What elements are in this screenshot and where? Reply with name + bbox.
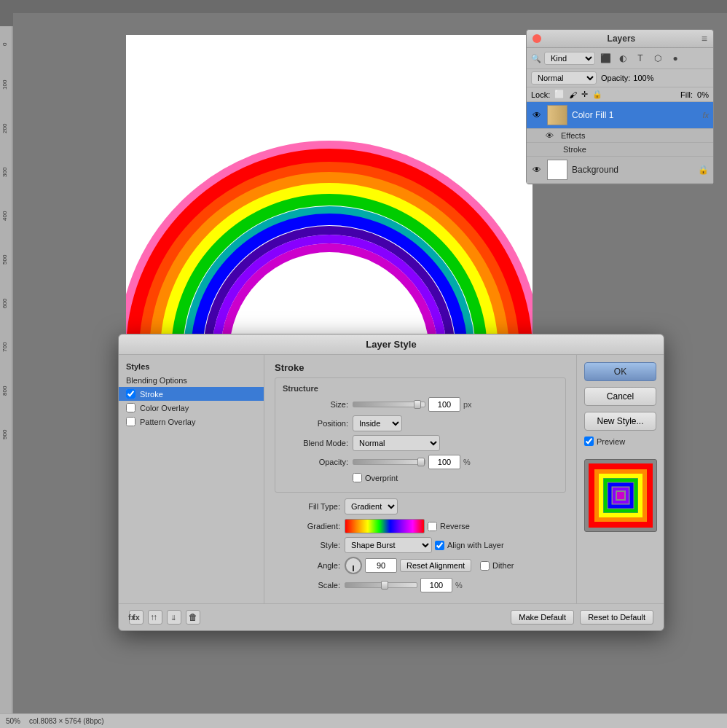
layer-thumb-background — [547, 160, 567, 180]
size-label: Size: — [283, 400, 348, 409]
new-style-button[interactable]: New Style... — [584, 412, 656, 431]
lock-label: Lock: — [531, 90, 550, 99]
layer-visibility-background[interactable]: 👁 — [531, 164, 543, 176]
ruler-vertical: 0 100 200 300 400 500 600 700 800 900 — [0, 26, 13, 713]
layer-thumb-color-fill — [547, 105, 567, 125]
opacity-control: % — [353, 455, 558, 469]
fill-type-dropdown[interactable]: Gradient Color Pattern — [345, 498, 398, 514]
stroke-item-label: Stroke — [140, 390, 163, 399]
effects-visibility-icon[interactable]: 👁 — [546, 131, 554, 140]
scale-slider-thumb[interactable] — [381, 581, 388, 590]
lock-image-icon[interactable]: 🖌 — [569, 90, 577, 99]
pattern-overlay-checkbox[interactable] — [126, 417, 135, 426]
reset-alignment-button[interactable]: Reset Alignment — [400, 559, 471, 572]
layer-effects-item[interactable]: 👁 Effects — [527, 129, 713, 143]
scale-label: Scale: — [275, 581, 340, 590]
shape-filter-button[interactable]: ⬡ — [651, 51, 665, 66]
move-up-button[interactable]: ↑ — [145, 610, 160, 625]
pattern-overlay-item[interactable]: Pattern Overlay — [119, 415, 264, 428]
preview-svg — [588, 463, 653, 528]
stroke-label: Stroke — [563, 145, 586, 154]
angle-dial[interactable] — [345, 557, 362, 574]
dialog-bottom: fx ↑ ↓ 🗑 Make Default Reset to Default — [119, 603, 664, 630]
gradient-picker[interactable] — [345, 519, 425, 533]
cancel-button[interactable]: Cancel — [584, 387, 656, 406]
preview-box — [584, 459, 657, 532]
size-unit: px — [463, 400, 472, 409]
dither-label[interactable]: Dither — [480, 561, 514, 571]
layer-item-color-fill[interactable]: 👁 Color Fill 1 fx — [527, 102, 713, 129]
layer-stroke-item[interactable]: Stroke — [527, 143, 713, 157]
overprint-label[interactable]: Overprint — [353, 473, 398, 482]
reset-to-default-button[interactable]: Reset to Default — [580, 610, 653, 625]
position-row: Position: Inside Outside Center — [283, 415, 558, 431]
align-layer-checkbox[interactable] — [435, 541, 444, 550]
opacity-slider-thumb[interactable] — [417, 458, 425, 466]
align-layer-label[interactable]: Align with Layer — [435, 541, 504, 550]
structure-group: Structure Size: px Position: — [275, 377, 566, 493]
angle-input[interactable] — [365, 558, 397, 573]
move-down-button[interactable]: ↓ — [165, 610, 180, 625]
dither-checkbox[interactable] — [480, 561, 490, 571]
preview-checkbox[interactable] — [584, 437, 594, 446]
overprint-checkbox[interactable] — [353, 473, 362, 482]
size-slider-thumb[interactable] — [414, 400, 421, 409]
style-label: Style: — [275, 541, 340, 549]
angle-label: Angle: — [275, 561, 340, 570]
blend-mode-dropdown[interactable]: Normal — [531, 71, 597, 85]
kind-dropdown[interactable]: Kind — [544, 52, 595, 65]
layer-visibility-color-fill[interactable]: 👁 — [531, 109, 543, 121]
position-control: Inside Outside Center — [353, 415, 558, 431]
layers-filter-icons: ⬛ ◐ T ⬡ ● — [598, 51, 683, 66]
opacity-input[interactable] — [428, 455, 460, 469]
pixel-filter-button[interactable]: ⬛ — [598, 51, 613, 66]
svg-rect-37 — [617, 492, 624, 499]
delete-button[interactable]: 🗑 — [186, 610, 200, 625]
reverse-text: Reverse — [440, 522, 470, 531]
gradient-control: Reverse — [345, 519, 566, 533]
position-dropdown[interactable]: Inside Outside Center — [353, 415, 402, 431]
svg-text:600: 600 — [1, 298, 8, 308]
blend-mode-select[interactable]: Normal — [353, 435, 440, 451]
style-dropdown[interactable]: Linear Radial Angle Reflected Diamond Sh… — [345, 537, 432, 553]
adjustment-filter-button[interactable]: ◐ — [616, 51, 630, 66]
stroke-checkbox[interactable] — [126, 389, 135, 399]
size-slider[interactable] — [353, 402, 425, 407]
layer-fx-icon: fx — [702, 111, 709, 120]
doc-info: col.8083 × 5764 (8bpc) — [29, 717, 104, 725]
svg-text:400: 400 — [1, 211, 8, 221]
preview-checkbox-container[interactable]: Preview — [584, 437, 656, 446]
blending-options-item[interactable]: Blending Options — [119, 374, 264, 387]
color-overlay-item[interactable]: Color Overlay — [119, 401, 264, 415]
reverse-checkbox[interactable] — [428, 522, 437, 531]
layers-close-button[interactable] — [533, 34, 541, 43]
scale-slider[interactable] — [345, 582, 417, 588]
dialog-left-panel: Styles Blending Options Stroke Color Ove… — [119, 355, 264, 603]
zoom-level: 50% — [6, 717, 20, 725]
make-default-button[interactable]: Make Default — [511, 610, 574, 625]
layers-panel-menu-icon[interactable]: ≡ — [702, 33, 707, 44]
size-input[interactable] — [428, 397, 460, 412]
opacity-slider[interactable] — [353, 459, 425, 465]
blend-mode-row: Normal Opacity: 100% — [527, 69, 713, 87]
layer-item-background[interactable]: 👁 Background 🔒 — [527, 157, 713, 184]
scale-input[interactable] — [420, 578, 452, 592]
lock-all-icon[interactable]: 🔒 — [592, 90, 602, 99]
stroke-item[interactable]: Stroke — [119, 387, 264, 401]
color-overlay-label: Color Overlay — [140, 404, 189, 412]
layers-panel-title: Layers — [608, 34, 636, 44]
svg-text:800: 800 — [1, 385, 8, 396]
lock-position-icon[interactable]: ✛ — [581, 90, 588, 99]
fill-type-row: Fill Type: Gradient Color Pattern — [275, 498, 566, 514]
rainbow-svg — [126, 35, 533, 352]
opacity-unit: % — [463, 458, 471, 466]
reverse-label[interactable]: Reverse — [428, 522, 470, 531]
type-filter-button[interactable]: T — [633, 51, 648, 66]
background-lock-icon: 🔒 — [698, 165, 709, 175]
smart-filter-button[interactable]: ● — [668, 51, 683, 66]
effects-icon-button[interactable]: fx — [125, 610, 139, 625]
styles-header: Styles — [119, 359, 264, 374]
lock-transparent-icon[interactable]: ⬜ — [554, 90, 565, 99]
ok-button[interactable]: OK — [584, 362, 656, 381]
color-overlay-checkbox[interactable] — [126, 403, 135, 412]
